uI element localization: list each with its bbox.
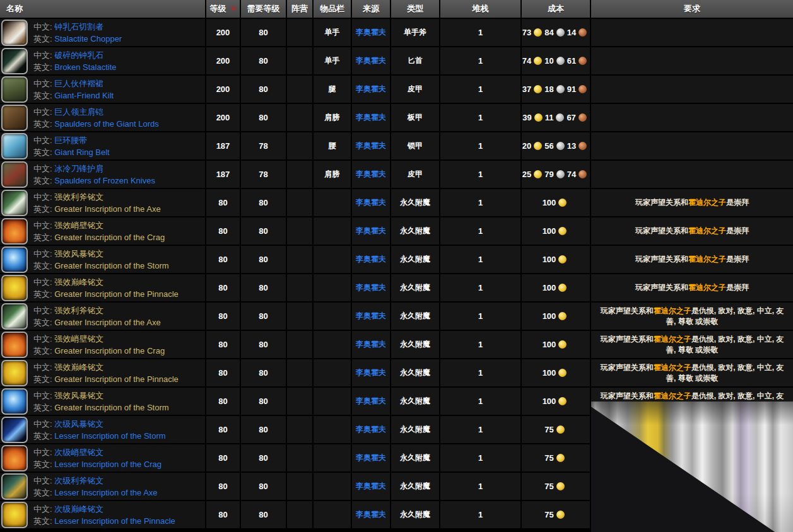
item-level: 80 bbox=[206, 359, 240, 386]
reputation-faction-link[interactable]: 霍迪尔之子 bbox=[688, 255, 726, 263]
item-source-link[interactable]: 李奥霍夫 bbox=[356, 27, 386, 38]
item-name-cn-link[interactable]: 破碎的钟乳石 bbox=[54, 50, 103, 60]
item-name-cn-link[interactable]: 强效峭壁铭文 bbox=[54, 221, 103, 230]
item-slot bbox=[314, 501, 351, 528]
item-name-en-link[interactable]: Greater Inscription of the Pinnacle bbox=[54, 374, 179, 384]
item-name-en-link[interactable]: Lesser Inscription of the Pinnacle bbox=[54, 516, 175, 526]
item-slot bbox=[314, 303, 351, 330]
gold-coin-icon bbox=[556, 454, 565, 462]
item-name-cn-link[interactable]: 强效巅峰铭文 bbox=[54, 362, 103, 372]
item-name-cn-link[interactable]: 钟乳石切割者 bbox=[54, 22, 103, 32]
item-source-link[interactable]: 李奥霍夫 bbox=[356, 254, 386, 265]
en-label: 英文: bbox=[33, 34, 52, 43]
item-name-en-link[interactable]: Stalactite Chopper bbox=[54, 34, 122, 43]
item-name-cn-link[interactable]: 强效风暴铭文 bbox=[54, 249, 103, 258]
item-name-cn-link[interactable]: 巨环腰带 bbox=[54, 136, 87, 145]
column-header-stack[interactable]: 堆栈 bbox=[440, 0, 520, 18]
reputation-faction-link[interactable]: 霍迪尔之子 bbox=[688, 198, 726, 207]
en-label: 英文: bbox=[33, 204, 52, 214]
item-name-cn-link[interactable]: 次级巅峰铭文 bbox=[54, 504, 103, 514]
item-source-link[interactable]: 李奥霍夫 bbox=[356, 481, 386, 492]
item-name-cn-link[interactable]: 次级风暴铭文 bbox=[54, 419, 103, 429]
item-faction bbox=[287, 416, 312, 443]
item-level: 80 bbox=[206, 303, 240, 330]
item-name-cn-link[interactable]: 次级利斧铭文 bbox=[54, 476, 103, 485]
item-name-en-link[interactable]: Giant Ring Belt bbox=[54, 147, 109, 157]
en-label: 英文: bbox=[33, 91, 52, 100]
item-requirement bbox=[591, 104, 793, 131]
gold-coin-icon bbox=[558, 255, 567, 263]
item-name-en-link[interactable]: Greater Inscription of the Axe bbox=[54, 318, 160, 327]
item-source-link[interactable]: 李奥霍夫 bbox=[356, 339, 386, 350]
item-name-en-link[interactable]: Greater Inscription of the Axe bbox=[54, 204, 160, 214]
item-name-cn-link[interactable]: 强效风暴铭文 bbox=[54, 391, 103, 400]
item-source-link[interactable]: 李奥霍夫 bbox=[356, 396, 386, 407]
column-header-level[interactable]: 等级 bbox=[206, 0, 240, 18]
silver-amount: 11 bbox=[545, 113, 554, 122]
item-source-link[interactable]: 李奥霍夫 bbox=[356, 141, 386, 151]
column-header-source[interactable]: 来源 bbox=[352, 0, 390, 18]
item-source-link[interactable]: 李奥霍夫 bbox=[356, 84, 386, 95]
reputation-faction-link[interactable]: 霍迪尔之子 bbox=[688, 226, 726, 235]
item-name-en-link[interactable]: Lesser Inscription of the Crag bbox=[54, 460, 162, 469]
item-source-link[interactable]: 李奥霍夫 bbox=[356, 197, 386, 208]
gold-amount: 25 bbox=[522, 170, 531, 179]
reputation-faction-link[interactable]: 霍迪尔之子 bbox=[654, 306, 691, 315]
item-name-cn-link[interactable]: 巨人伙伴褶裙 bbox=[54, 79, 103, 88]
item-source-link[interactable]: 李奥霍夫 bbox=[356, 169, 386, 180]
column-header-requirement[interactable]: 要求 bbox=[591, 0, 793, 18]
item-name-cn-link[interactable]: 次级峭壁铭文 bbox=[54, 448, 103, 457]
item-name-cell: 中文: 强效峭壁铭文 英文: Greater Inscription of th… bbox=[0, 331, 205, 358]
column-header-name[interactable]: 名称 bbox=[0, 0, 205, 18]
item-faction bbox=[287, 132, 312, 159]
column-header-type[interactable]: 类型 bbox=[391, 0, 439, 18]
item-requirement: 玩家声望关系和霍迪尔之子是仇恨, 敌对, 敌意, 中立, 友善, 尊敬 或崇敬 bbox=[591, 331, 793, 358]
item-name-cn-link[interactable]: 强效峭壁铭文 bbox=[54, 334, 103, 344]
item-level: 80 bbox=[206, 416, 240, 443]
item-source-link[interactable]: 李奥霍夫 bbox=[356, 453, 386, 463]
item-source-link[interactable]: 李奥霍夫 bbox=[356, 424, 386, 435]
item-source-link[interactable]: 李奥霍夫 bbox=[356, 55, 386, 66]
requirement-text: 玩家声望关系和 bbox=[635, 255, 688, 263]
item-name-en-link[interactable]: Greater Inscription of the Crag bbox=[54, 346, 165, 356]
item-source-link[interactable]: 李奥霍夫 bbox=[356, 509, 386, 520]
reputation-faction-link[interactable]: 霍迪尔之子 bbox=[688, 283, 726, 292]
item-name-en-link[interactable]: Greater Inscription of the Storm bbox=[54, 403, 168, 412]
requirement-text: 玩家声望关系和 bbox=[601, 363, 654, 372]
crag-sunset-icon bbox=[1, 332, 28, 358]
item-requirement: 玩家声望关系和霍迪尔之子是仇恨, 敌对, 敌意, 中立, 友善, 尊敬 或崇敬 bbox=[591, 303, 793, 330]
item-name-en-link[interactable]: Lesser Inscription of the Axe bbox=[54, 488, 157, 497]
item-source-link[interactable]: 李奥霍夫 bbox=[356, 282, 386, 293]
item-type: 皮甲 bbox=[391, 76, 439, 103]
item-type: 永久附魔 bbox=[391, 274, 439, 301]
item-name-cn-link[interactable]: 强效利斧铭文 bbox=[54, 192, 103, 202]
item-stack: 1 bbox=[440, 359, 520, 386]
reputation-faction-link[interactable]: 霍迪尔之子 bbox=[654, 391, 691, 400]
item-name-cn-link[interactable]: 巨人领主肩铠 bbox=[54, 107, 103, 117]
item-source-link[interactable]: 李奥霍夫 bbox=[356, 311, 386, 321]
item-name-cn-link[interactable]: 强效利斧铭文 bbox=[54, 306, 103, 315]
item-source-link[interactable]: 李奥霍夫 bbox=[356, 112, 386, 123]
render-glitch-artifact bbox=[591, 402, 793, 532]
item-name-en-link[interactable]: Greater Inscription of the Pinnacle bbox=[54, 289, 179, 299]
column-header-req-level[interactable]: 需要等级 bbox=[241, 0, 286, 18]
item-name-en-link[interactable]: Lesser Inscription of the Storm bbox=[54, 431, 165, 441]
item-name-en-link[interactable]: Greater Inscription of the Storm bbox=[54, 261, 168, 270]
item-name-en-link[interactable]: Spaulders of the Giant Lords bbox=[54, 119, 159, 129]
item-name-cn-link[interactable]: 强效巅峰铭文 bbox=[54, 277, 103, 287]
column-header-cost[interactable]: 成本 bbox=[522, 0, 590, 18]
item-requirement: 玩家声望关系和霍迪尔之子是崇拜 bbox=[591, 189, 793, 216]
item-type: 永久附魔 bbox=[391, 473, 439, 500]
item-name-en-link[interactable]: Spaulders of Frozen Knives bbox=[54, 176, 155, 185]
requirement-text: 玩家声望关系和 bbox=[635, 226, 688, 235]
item-name-en-link[interactable]: Greater Inscription of the Crag bbox=[54, 233, 165, 242]
column-header-faction[interactable]: 阵营 bbox=[287, 0, 312, 18]
item-name-en-link[interactable]: Broken Stalactite bbox=[54, 62, 116, 72]
reputation-faction-link[interactable]: 霍迪尔之子 bbox=[654, 363, 691, 372]
item-name-cn-link[interactable]: 冰冷刀锋护肩 bbox=[54, 164, 103, 173]
item-source-link[interactable]: 李奥霍夫 bbox=[356, 367, 386, 378]
column-header-slot[interactable]: 物品栏 bbox=[314, 0, 351, 18]
item-source-link[interactable]: 李奥霍夫 bbox=[356, 226, 386, 236]
reputation-faction-link[interactable]: 霍迪尔之子 bbox=[654, 335, 691, 344]
item-name-en-link[interactable]: Giant-Friend Kilt bbox=[54, 91, 114, 100]
